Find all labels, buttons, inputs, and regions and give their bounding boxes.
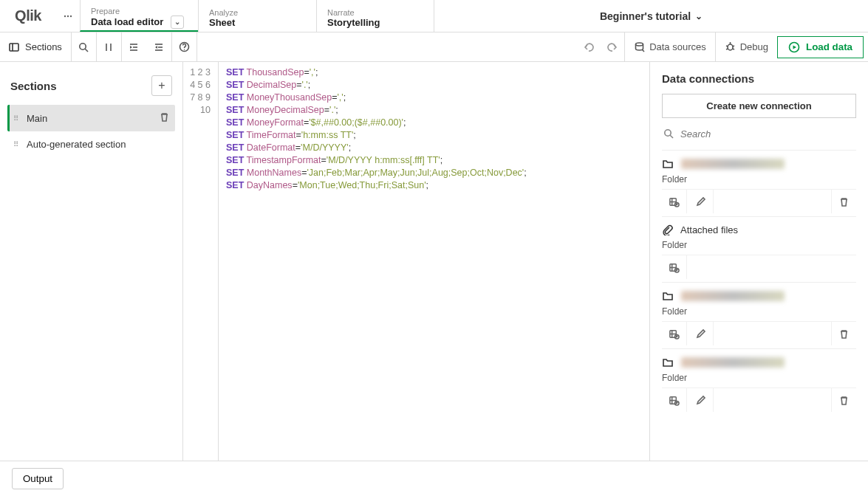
- svg-point-16: [184, 49, 185, 49]
- load-data-button[interactable]: Load data: [777, 36, 864, 58]
- redo-button[interactable]: [601, 32, 624, 61]
- nav-narrate[interactable]: Narrate Storytelling: [316, 0, 434, 32]
- code-area[interactable]: SET ThousandSep=','; SET DecimalSep='.';…: [219, 62, 649, 461]
- svg-line-21: [732, 46, 734, 46]
- edit-connection-icon[interactable]: [688, 322, 714, 345]
- connection-name-blurred: [681, 357, 785, 368]
- search-icon: [663, 128, 674, 140]
- indent-icon[interactable]: [121, 32, 146, 61]
- svg-line-26: [670, 135, 673, 138]
- svg-line-20: [726, 46, 728, 46]
- help-icon[interactable]: [171, 32, 197, 61]
- edit-connection-icon[interactable]: [688, 388, 714, 412]
- delete-connection-icon[interactable]: [831, 190, 856, 213]
- nav-prepare-title: Data load editor: [91, 16, 163, 27]
- connection-name-blurred: [681, 159, 785, 169]
- app-title-dropdown[interactable]: Beginner's tutorial ⌄: [434, 0, 868, 32]
- sections-title: Sections: [10, 80, 57, 92]
- debug-label: Debug: [740, 41, 768, 52]
- svg-point-1: [67, 15, 69, 16]
- connection-item: Folder: [662, 348, 856, 415]
- insert-select-icon[interactable]: [662, 388, 687, 412]
- grip-icon: ⠿: [13, 114, 19, 123]
- connection-item: Folder: [662, 282, 856, 348]
- main-area: Sections + ⠿ Main ⠿ Auto-generated secti…: [0, 62, 868, 461]
- datasources-button[interactable]: Data sources: [624, 32, 715, 61]
- svg-point-5: [80, 43, 86, 49]
- connections-title: Data connections: [662, 72, 856, 85]
- nav-analyze-title: Sheet: [209, 17, 306, 28]
- toolbar: Sections Data sources Debug: [0, 32, 868, 62]
- connection-type: Folder: [662, 238, 856, 255]
- brand-logo: Qlik: [0, 0, 56, 32]
- footer: Output: [0, 461, 868, 496]
- svg-point-25: [665, 130, 671, 136]
- nav-prepare[interactable]: Prepare Data load editor ⌄: [80, 0, 198, 32]
- line-gutter: 1 2 3 4 5 6 7 8 9 10: [183, 62, 219, 461]
- app-title-text: Beginner's tutorial: [600, 10, 691, 22]
- svg-rect-3: [10, 44, 18, 51]
- output-button[interactable]: Output: [12, 468, 64, 489]
- app-header: Qlik Prepare Data load editor ⌄ Analyze …: [0, 0, 868, 32]
- section-item-auto[interactable]: ⠿ Auto-generated section: [7, 131, 175, 157]
- svg-point-17: [636, 43, 643, 46]
- connection-name: Attached files: [680, 224, 738, 235]
- delete-section-icon[interactable]: [160, 112, 169, 124]
- create-connection-button[interactable]: Create new connection: [662, 94, 856, 118]
- nav-narrate-label: Narrate: [327, 8, 423, 17]
- nav-prepare-label: Prepare: [91, 7, 188, 16]
- svg-point-2: [70, 15, 72, 16]
- comment-toggle-icon[interactable]: [96, 32, 121, 61]
- brand-text: Qlik: [15, 7, 41, 24]
- insert-select-icon[interactable]: [662, 322, 687, 345]
- section-item-label: Main: [27, 113, 47, 124]
- chevron-down-icon: ⌄: [695, 11, 703, 21]
- connection-type: Folder: [662, 371, 856, 388]
- toggle-sections-button[interactable]: Sections: [0, 32, 71, 61]
- undo-button[interactable]: [577, 32, 601, 61]
- toolbar-left: Sections: [0, 32, 197, 61]
- delete-connection-icon[interactable]: [831, 388, 856, 412]
- toolbar-right: Data sources Debug Load data: [577, 32, 868, 61]
- section-item-label: Auto-generated section: [27, 139, 126, 150]
- edit-connection-icon[interactable]: [688, 190, 714, 213]
- nav-narrate-title: Storytelling: [327, 17, 423, 28]
- more-menu-icon[interactable]: [56, 0, 80, 32]
- svg-line-23: [732, 49, 734, 49]
- connection-name-blurred: [681, 291, 785, 301]
- connection-search-input[interactable]: [680, 128, 855, 140]
- toggle-sections-label: Sections: [25, 41, 62, 52]
- nav-analyze-label: Analyze: [209, 8, 306, 17]
- svg-point-18: [728, 44, 733, 50]
- connection-type: Folder: [662, 305, 856, 321]
- connection-item: Folder: [662, 150, 856, 216]
- add-section-button[interactable]: +: [151, 75, 172, 96]
- sections-panel: Sections + ⠿ Main ⠿ Auto-generated secti…: [0, 62, 183, 461]
- connection-type: Folder: [662, 173, 856, 189]
- grip-icon: ⠿: [13, 140, 19, 148]
- datasources-label: Data sources: [649, 41, 706, 52]
- nav-analyze[interactable]: Analyze Sheet: [198, 0, 316, 32]
- connection-search: [662, 125, 856, 150]
- section-item-main[interactable]: ⠿ Main: [7, 105, 175, 131]
- debug-button[interactable]: Debug: [715, 32, 777, 61]
- svg-line-22: [726, 49, 728, 49]
- connections-panel: Data connections Create new connection F…: [650, 62, 868, 461]
- delete-connection-icon[interactable]: [831, 322, 856, 345]
- svg-line-6: [86, 49, 89, 52]
- code-editor[interactable]: 1 2 3 4 5 6 7 8 9 10 SET ThousandSep=','…: [183, 62, 650, 461]
- sections-header: Sections +: [7, 68, 175, 105]
- chevron-down-icon[interactable]: ⌄: [171, 16, 184, 29]
- connection-item: Attached filesFolder: [662, 216, 856, 282]
- outdent-icon[interactable]: [146, 32, 171, 61]
- load-data-label: Load data: [806, 41, 852, 52]
- insert-select-icon[interactable]: [662, 255, 687, 279]
- svg-point-0: [64, 15, 66, 16]
- search-icon[interactable]: [71, 32, 96, 61]
- insert-select-icon[interactable]: [662, 190, 687, 213]
